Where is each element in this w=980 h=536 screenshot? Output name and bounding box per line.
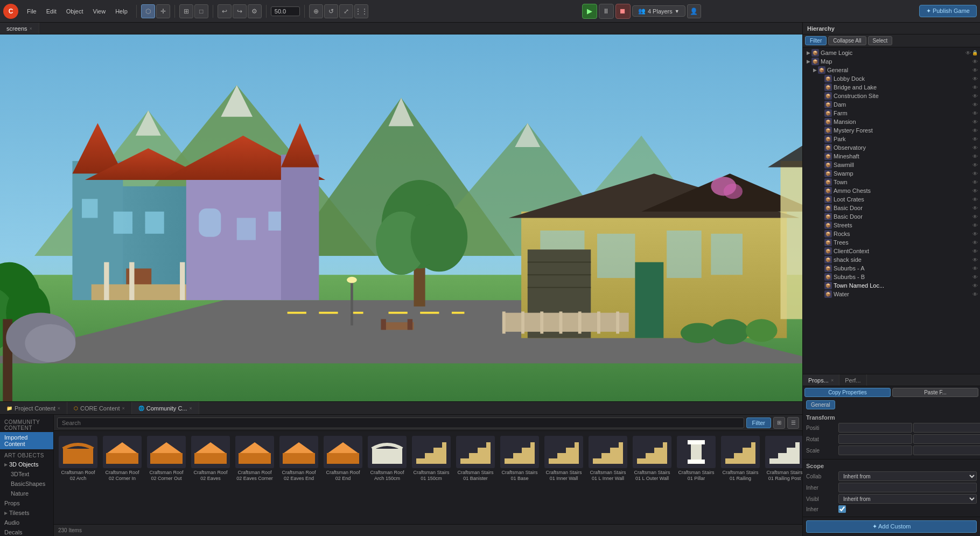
- tab-core-close[interactable]: ×: [122, 406, 124, 411]
- menu-file[interactable]: File: [23, 6, 41, 16]
- hierarchy-arrow-dam[interactable]: [818, 101, 824, 108]
- hierarchy-item-observatory[interactable]: 📦Observatory👁: [803, 143, 980, 152]
- settings-btn[interactable]: ⚙: [248, 4, 262, 18]
- pos-x[interactable]: [838, 423, 912, 433]
- hierarchy-item-suburbs-b[interactable]: 📦Suburbs - B👁: [803, 273, 980, 281]
- hierarchy-item-town[interactable]: 📦Town👁: [803, 178, 980, 186]
- hierarchy-arrow-farm[interactable]: [818, 110, 824, 116]
- nav-tilesets[interactable]: ▶ Tilesets: [0, 508, 53, 518]
- undo-btn[interactable]: ↩: [218, 4, 232, 18]
- hierarchy-item-rocks[interactable]: 📦Rocks👁: [803, 229, 980, 238]
- hierarchy-item-town-named-loc[interactable]: 📦Town Named Loc...👁: [803, 281, 980, 290]
- players-dropdown[interactable]: 👥 4 Players ▼: [632, 5, 685, 17]
- content-search-input[interactable]: [57, 417, 744, 428]
- pos-y[interactable]: [913, 423, 980, 433]
- content-item-craftsman-stairs-01-railing[interactable]: Craftsman Stairs 01 Railing: [719, 434, 761, 488]
- nav-props[interactable]: Props: [0, 498, 53, 508]
- props-general-tab[interactable]: General: [806, 400, 835, 409]
- hierarchy-item-ammo-chests[interactable]: 📦Ammo Chests👁: [803, 186, 980, 195]
- hierarchy-item-construction-site[interactable]: 📦Construction Site👁: [803, 92, 980, 100]
- hierarchy-arrow-game-logic[interactable]: ▶: [805, 50, 811, 56]
- hierarchy-arrow-basic-door-1[interactable]: [818, 205, 824, 211]
- select-tool-btn[interactable]: ⬡: [141, 4, 155, 18]
- single-btn[interactable]: □: [194, 4, 208, 18]
- nav-basic-shapes[interactable]: BasicShapes: [0, 479, 53, 489]
- hierarchy-arrow-client-context[interactable]: [818, 248, 824, 254]
- hierarchy-arrow-mansion[interactable]: [818, 119, 824, 125]
- viewport-tab-screens[interactable]: screens ×: [0, 23, 39, 34]
- hierarchy-eye-game-logic[interactable]: 👁: [965, 50, 971, 56]
- hierarchy-arrow-map[interactable]: ▶: [805, 58, 811, 65]
- hierarchy-eye-basic-door-1[interactable]: 👁: [972, 205, 978, 211]
- hierarchy-arrow-suburbs-a[interactable]: [818, 265, 824, 272]
- add-custom-btn[interactable]: ✦ Add Custom: [806, 520, 977, 533]
- pause-btn[interactable]: ⏸: [599, 4, 614, 19]
- hierarchy-arrow-mineshaft[interactable]: [818, 153, 824, 159]
- hierarchy-eye-rocks[interactable]: 👁: [972, 231, 978, 237]
- hierarchy-eye-map[interactable]: 👁: [972, 59, 978, 65]
- viewport-tab-close[interactable]: ×: [30, 26, 32, 31]
- hierarchy-eye-lobby-dock[interactable]: 👁: [972, 76, 978, 82]
- hierarchy-eye-mansion[interactable]: 👁: [972, 119, 978, 125]
- hierarchy-eye-town[interactable]: 👁: [972, 179, 978, 185]
- content-item-craftsman-roof-02-eaves-end[interactable]: Craftsman Roof 02 Eaves End: [278, 434, 320, 488]
- hierarchy-arrow-rocks[interactable]: [818, 231, 824, 237]
- menu-view[interactable]: View: [89, 6, 110, 16]
- nav-3dtext[interactable]: 3DText: [0, 469, 53, 479]
- hierarchy-arrow-water[interactable]: [818, 291, 824, 297]
- hierarchy-item-mineshaft[interactable]: 📦Mineshaft👁: [803, 152, 980, 161]
- nav-nature[interactable]: Nature: [0, 489, 53, 498]
- hierarchy-eye-observatory[interactable]: 👁: [972, 145, 978, 151]
- hierarchy-item-game-logic[interactable]: ▶📦Game Logic👁🔒: [803, 48, 980, 57]
- props-tab-props[interactable]: Props... ×: [803, 374, 839, 386]
- hierarchy-arrow-ammo-chests[interactable]: [818, 187, 824, 194]
- content-item-craftsman-roof-02-corner-in[interactable]: Craftsman Roof 02 Corner In: [101, 434, 143, 488]
- hierarchy-item-swamp[interactable]: 📦Swamp👁: [803, 169, 980, 178]
- content-grid-area[interactable]: Craftsman Roof 02 ArchCraftsman Roof 02 …: [54, 431, 802, 524]
- hierarchy-item-dam[interactable]: 📦Dam👁: [803, 100, 980, 109]
- settings-play-btn[interactable]: 👤: [687, 4, 701, 18]
- tab-community-content[interactable]: 🌐 Community C... ×: [132, 402, 199, 414]
- rotate-btn[interactable]: ↺: [324, 4, 338, 18]
- content-item-craftsman-stairs-01-railing-post[interactable]: Craftsman Stairs 01 Railing Post: [764, 434, 802, 488]
- scale-y[interactable]: [913, 445, 980, 455]
- hierarchy-eye-construction-site[interactable]: 👁: [972, 93, 978, 99]
- publish-btn[interactable]: ✦ Publish Game: [919, 5, 977, 17]
- hierarchy-item-mansion[interactable]: 📦Mansion👁: [803, 117, 980, 126]
- hierarchy-eye-mineshaft[interactable]: 👁: [972, 154, 978, 159]
- content-view-toggle[interactable]: ⊞: [773, 417, 785, 429]
- tab-project-close[interactable]: ×: [58, 406, 60, 411]
- hierarchy-arrow-streets[interactable]: [818, 222, 824, 228]
- hierarchy-eye-town-named-loc[interactable]: 👁: [972, 283, 978, 289]
- hierarchy-eye-dam[interactable]: 👁: [972, 102, 978, 108]
- hierarchy-item-mystery-forest[interactable]: 📦Mystery Forest👁: [803, 126, 980, 135]
- redo-btn[interactable]: ↪: [233, 4, 247, 18]
- hierarchy-item-client-context[interactable]: 📦ClientContext👁: [803, 247, 980, 255]
- hierarchy-item-lobby-dock[interactable]: 📦Lobby Dock👁: [803, 74, 980, 83]
- hierarchy-item-water[interactable]: 📦Water👁: [803, 290, 980, 298]
- rot-x[interactable]: [838, 434, 912, 444]
- nav-decals[interactable]: Decals: [0, 527, 53, 536]
- hierarchy-item-map[interactable]: ▶📦Map👁: [803, 57, 980, 66]
- props-tab-close[interactable]: ×: [831, 378, 834, 383]
- hierarchy-arrow-construction-site[interactable]: [818, 93, 824, 99]
- content-filter-btn[interactable]: Filter: [746, 417, 771, 428]
- tab-project-content[interactable]: 📁 Project Content ×: [0, 402, 67, 414]
- hierarchy-eye-ammo-chests[interactable]: 👁: [972, 188, 978, 194]
- transform-btn[interactable]: ⊕: [309, 4, 323, 18]
- hierarchy-eye-bridge-lake[interactable]: 👁: [972, 85, 978, 91]
- hierarchy-arrow-park[interactable]: [818, 136, 824, 142]
- hierarchy-arrow-lobby-dock[interactable]: [818, 75, 824, 82]
- hierarchy-select-btn[interactable]: Select: [868, 36, 893, 45]
- hierarchy-item-basic-door-1[interactable]: 📦Basic Door👁: [803, 204, 980, 212]
- hierarchy-arrow-swamp[interactable]: [818, 170, 824, 177]
- content-item-craftsman-roof-02-eaves-corner[interactable]: Craftsman Roof 02 Eaves Corner: [234, 434, 276, 488]
- content-item-craftsman-stairs-01-inner-wall[interactable]: Craftsman Stairs 01 Inner Wall: [543, 434, 585, 488]
- zoom-input[interactable]: [271, 6, 300, 16]
- menu-help[interactable]: Help: [111, 6, 132, 16]
- visible-dropdown[interactable]: Inherit from: [838, 494, 977, 504]
- grid-btn[interactable]: ⊞: [179, 4, 193, 18]
- props-tab-perf[interactable]: Perf...: [839, 374, 866, 386]
- menu-edit[interactable]: Edit: [42, 6, 61, 16]
- hierarchy-eye-suburbs-a[interactable]: 👁: [972, 266, 978, 272]
